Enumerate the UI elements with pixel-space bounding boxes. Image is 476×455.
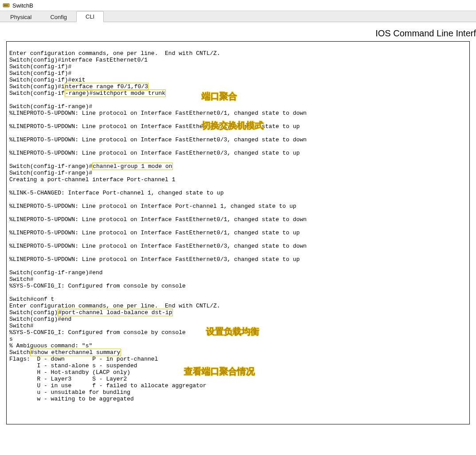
cli-line: Switch(config)#end (9, 316, 71, 323)
cli-line: u - unsuitable for bundling (9, 389, 130, 396)
cli-line: Switch(config-if (9, 90, 65, 97)
cli-line: %LINEPROTO-5-UPDOWN: Line protocol on In… (9, 110, 307, 117)
cli-line: %LINEPROTO-5-UPDOWN: Line protocol on In… (9, 256, 300, 263)
cli-line: % Ambiguous command: "s" (9, 342, 92, 349)
cli-line: I - stand-alone s - suspended (9, 362, 137, 369)
cli-line: Switch(config-if-range)# (9, 163, 92, 170)
svg-rect-1 (4, 4, 5, 6)
cli-line: Switch(config-if)# (9, 63, 71, 70)
cli-line: %LINEPROTO-5-UPDOWN: Line protocol on In… (9, 216, 307, 223)
tab-physical[interactable]: Physical (1, 12, 41, 22)
cli-line: Switch# (9, 276, 34, 283)
cli-line: %LINEPROTO-5-UPDOWN: Line protocol on In… (9, 123, 300, 130)
cli-line: Switch(config-if-range)# (9, 170, 92, 176)
tab-bar: Physical Config CLI (0, 11, 476, 22)
annotation-text: 端口聚合 (202, 91, 264, 101)
cli-line: w - waiting to be aggregated (9, 396, 134, 402)
tab-cli[interactable]: CLI (76, 11, 104, 22)
cli-line: R - Layer3 S - Layer2 (9, 376, 127, 382)
annotation-load-balance: 设置负载均衡 (206, 327, 259, 336)
annotation-show-summary: 查看端口聚合情况 (184, 366, 255, 376)
cli-line: Switch(config-if)#exit (9, 77, 86, 83)
highlight-channel-group: channel-group 1 mode on (92, 163, 172, 170)
cli-terminal[interactable]: Enter configuration commands, one per li… (6, 41, 470, 424)
cli-line: %LINEPROTO-5-UPDOWN: Line protocol on In… (9, 136, 307, 143)
cli-line: %LINEPROTO-5-UPDOWN: Line protocol on In… (9, 229, 300, 236)
window-titlebar: SwitchB (0, 0, 476, 11)
cli-line: %SYS-5-CONFIG_I: Configured from console… (9, 283, 186, 289)
cli-line: Switch(config)#interface FastEthernet0/1 (9, 57, 148, 63)
cli-line: Enter configuration commands, one per li… (9, 303, 220, 309)
cli-line: %LINK-5-CHANGED: Interface Port-channel … (9, 190, 224, 196)
cli-line: Switch(config-if-range)# (9, 103, 92, 110)
cli-line: Enter configuration commands, one per li… (9, 50, 220, 57)
cli-line: Flags: D - down P - in port-channel (9, 356, 158, 362)
svg-rect-2 (5, 4, 6, 6)
highlight-load-balance: #port-channel load-balance dst-ip (58, 309, 172, 316)
cli-line: Switch(config-if)# (9, 70, 71, 77)
cli-line: Switch# (9, 323, 34, 329)
highlight-switchport-trunk: -range)#switchport mode trunk (65, 89, 166, 97)
cli-line: Creating a port-channel interface Port-c… (9, 176, 175, 183)
cli-line: Switch (9, 349, 30, 356)
app-icon (3, 2, 10, 9)
highlight-show-summary: #show etherchannel summary (30, 349, 121, 356)
cli-section-title: IOS Command Line Interf (0, 22, 476, 41)
cli-line: %LINEPROTO-5-UPDOWN: Line protocol on In… (9, 150, 300, 156)
tab-config[interactable]: Config (41, 12, 76, 22)
cli-line: %LINEPROTO-5-UPDOWN: Line protocol on In… (9, 243, 307, 249)
cli-line: Switch(config)#i (9, 83, 65, 90)
window-title: SwitchB (12, 2, 33, 9)
cli-line: %SYS-5-CONFIG_I: Configured from console… (9, 329, 186, 336)
svg-rect-3 (7, 4, 8, 6)
cli-line: %LINEPROTO-5-UPDOWN: Line protocol on In… (9, 203, 297, 210)
cli-line: Switch#conf t (9, 296, 54, 303)
cli-line: U - in use f - failed to allocate aggreg… (9, 382, 207, 389)
cli-line: Switch(config) (9, 309, 58, 316)
cli-line: H - Hot-standby (LACP only) (9, 369, 130, 376)
cli-line: Switch(config-if-range)#end (9, 269, 103, 276)
cli-line: s (9, 336, 13, 342)
